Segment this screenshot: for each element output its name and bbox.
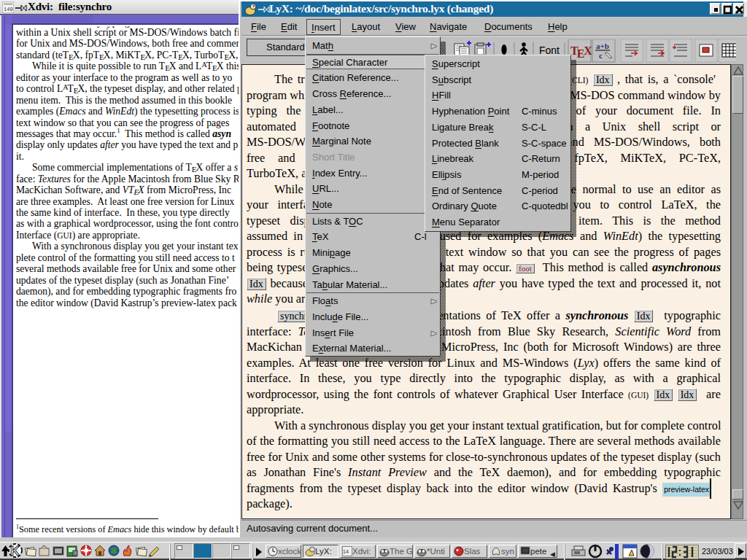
svg-text:c: c <box>599 51 603 60</box>
svg-text:14: 14 <box>343 549 349 554</box>
svg-text:149: 149 <box>4 7 13 12</box>
svg-text:K: K <box>10 544 20 559</box>
svg-text:a+b: a+b <box>596 42 609 50</box>
